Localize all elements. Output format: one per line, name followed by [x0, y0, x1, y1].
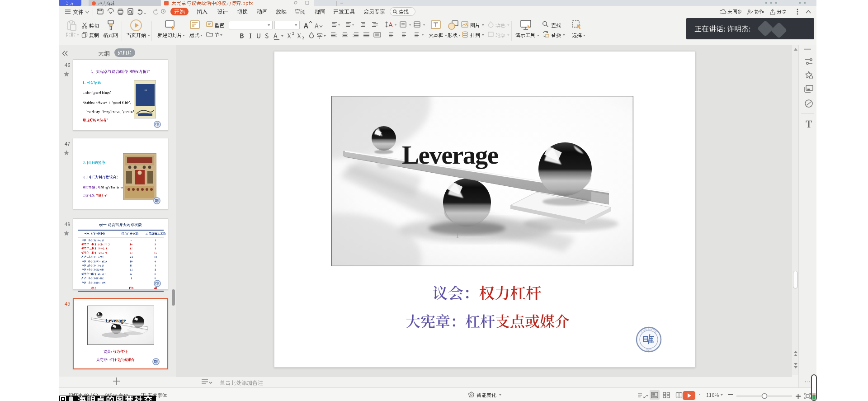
svg-text:1905: 1905 [646, 349, 652, 352]
svg-text:Leverage: Leverage [105, 318, 126, 324]
svg-text:Leverage: Leverage [402, 141, 499, 169]
